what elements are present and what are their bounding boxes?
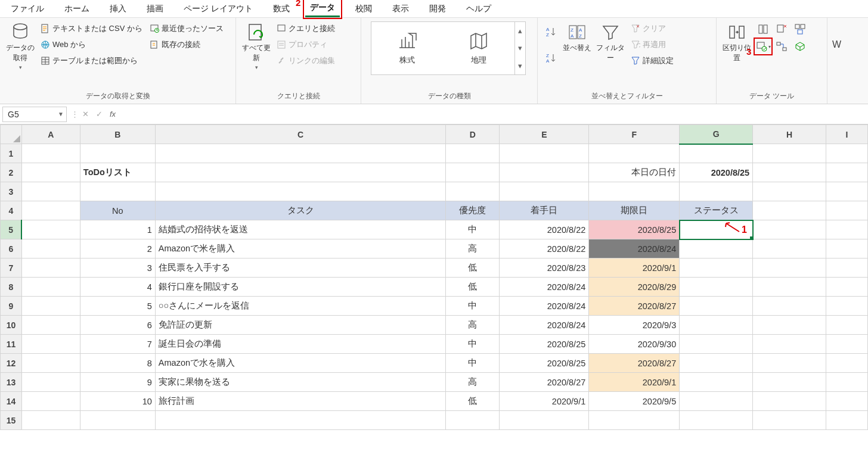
col-header-E[interactable]: E <box>500 125 589 144</box>
cell-hdr-due[interactable]: 期限日 <box>589 201 680 220</box>
from-table-button[interactable]: テーブルまたは範囲から <box>38 54 145 68</box>
cell[interactable] <box>500 144 589 163</box>
cell[interactable] <box>753 182 826 201</box>
cell-no[interactable]: 8 <box>80 354 155 373</box>
cell-status[interactable] <box>680 239 753 258</box>
cancel-formula-button[interactable]: ✕ <box>82 110 89 119</box>
insert-function-button[interactable]: fx <box>110 110 116 119</box>
cell-priority[interactable]: 中 <box>446 220 500 239</box>
cell-status[interactable] <box>680 354 753 373</box>
cell-title[interactable]: ToDoリスト <box>80 163 155 182</box>
relationships-button[interactable] <box>773 39 790 54</box>
cell[interactable] <box>826 278 868 297</box>
cell[interactable] <box>826 239 868 258</box>
sheet-table[interactable]: A B C D E F G H I 1 2ToDoリスト本日の日付2020/8/… <box>0 124 868 430</box>
cell[interactable] <box>155 411 446 430</box>
menu-help[interactable]: ヘルプ <box>461 1 496 17</box>
cell[interactable] <box>21 163 80 182</box>
cell[interactable] <box>21 201 80 220</box>
cell[interactable] <box>826 411 868 430</box>
cell-due[interactable]: 2020/8/27 <box>589 297 680 316</box>
cell[interactable] <box>155 144 446 163</box>
advanced-button[interactable]: 詳細設定 <box>628 54 676 68</box>
name-box-dropdown-icon[interactable]: ▼ <box>58 111 64 117</box>
cell[interactable] <box>500 182 589 201</box>
cell[interactable] <box>21 182 80 201</box>
cell-today-label[interactable]: 本日の日付 <box>589 163 680 182</box>
sort-desc-button[interactable]: ZA <box>542 50 559 66</box>
refresh-all-button[interactable]: すべて更新 ▾ <box>241 21 272 71</box>
cell[interactable] <box>80 182 155 201</box>
cell[interactable] <box>753 354 826 373</box>
cell-task[interactable]: Amazonで米を購入 <box>155 239 446 258</box>
row-header[interactable]: 8 <box>1 278 22 297</box>
properties-button[interactable]: プロパティ <box>274 38 337 52</box>
get-data-button[interactable]: データの取得 ▾ <box>5 21 36 71</box>
cell[interactable] <box>446 182 500 201</box>
col-header-D[interactable]: D <box>446 125 500 144</box>
edit-links-button[interactable]: リンクの編集 <box>274 54 337 68</box>
cell-priority[interactable]: 低 <box>446 392 500 411</box>
cell-no[interactable]: 9 <box>80 373 155 392</box>
cell-due[interactable]: 2020/8/24 <box>589 239 680 258</box>
cell-start[interactable]: 2020/8/22 <box>500 239 589 258</box>
row-header[interactable]: 7 <box>1 258 22 278</box>
cell[interactable] <box>753 335 826 354</box>
queries-connections-button[interactable]: クエリと接続 <box>274 21 337 36</box>
cell-status[interactable] <box>680 392 753 411</box>
cell[interactable] <box>753 297 826 316</box>
cell[interactable] <box>21 335 80 354</box>
cell[interactable] <box>826 392 868 411</box>
cell[interactable] <box>21 411 80 430</box>
cell-due[interactable]: 2020/9/1 <box>589 258 680 278</box>
cell-start[interactable]: 2020/8/24 <box>500 316 589 335</box>
remove-duplicates-button[interactable] <box>773 21 790 37</box>
row-header[interactable]: 11 <box>1 335 22 354</box>
cell[interactable] <box>21 392 80 411</box>
row-header[interactable]: 12 <box>1 354 22 373</box>
cell-priority[interactable]: 高 <box>446 373 500 392</box>
cell[interactable] <box>753 316 826 335</box>
menu-view[interactable]: 表示 <box>388 1 414 17</box>
cell[interactable] <box>753 239 826 258</box>
cell-hdr-task[interactable]: タスク <box>155 201 446 220</box>
consolidate-button[interactable] <box>792 21 808 37</box>
from-web-button[interactable]: Web から <box>38 38 145 52</box>
col-header-B[interactable]: B <box>80 125 155 144</box>
row-header[interactable]: 4 <box>1 201 22 220</box>
cell-priority[interactable]: 中 <box>446 297 500 316</box>
cell[interactable] <box>826 335 868 354</box>
cell-start[interactable]: 2020/8/24 <box>500 278 589 297</box>
cell-start[interactable]: 2020/8/27 <box>500 373 589 392</box>
row-header[interactable]: 3 <box>1 182 22 201</box>
cell[interactable] <box>753 278 826 297</box>
cell-no[interactable]: 10 <box>80 392 155 411</box>
cell[interactable] <box>826 373 868 392</box>
cell[interactable] <box>753 144 826 163</box>
cell[interactable] <box>21 354 80 373</box>
cell[interactable] <box>155 182 446 201</box>
cell-task[interactable]: 旅行計画 <box>155 392 446 411</box>
cell-status[interactable] <box>680 220 753 239</box>
row-header[interactable]: 1 <box>1 144 22 163</box>
cell-due[interactable]: 2020/8/25 <box>589 220 680 239</box>
menu-developer[interactable]: 開発 <box>424 1 451 17</box>
cell[interactable] <box>21 144 80 163</box>
name-box[interactable]: G5 ▼ <box>2 107 67 122</box>
cell[interactable] <box>826 201 868 220</box>
col-header-A[interactable]: A <box>21 125 80 144</box>
cell-no[interactable]: 1 <box>80 220 155 239</box>
data-validation-button[interactable]: ▾ <box>755 39 771 54</box>
cell-priority[interactable]: 高 <box>446 316 500 335</box>
cell-due[interactable]: 2020/9/1 <box>589 373 680 392</box>
row-header[interactable]: 6 <box>1 239 22 258</box>
menu-home[interactable]: ホーム <box>60 1 94 17</box>
sort-asc-button[interactable]: AZ <box>542 24 559 39</box>
cell[interactable] <box>446 144 500 163</box>
cell-priority[interactable]: 低 <box>446 278 500 297</box>
cell[interactable] <box>80 144 155 163</box>
cell[interactable] <box>500 411 589 430</box>
cell[interactable] <box>826 144 868 163</box>
cell[interactable] <box>680 182 753 201</box>
cell-task[interactable]: 免許証の更新 <box>155 316 446 335</box>
